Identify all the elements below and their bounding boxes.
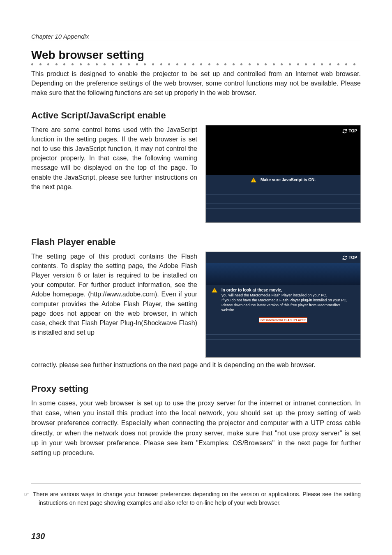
subsection-title: Active Script/JavaScript enable: [31, 110, 361, 121]
chapter-label: Chapter 10 Appendix: [31, 33, 361, 41]
flash-warn-title: In order to look at these movie,: [221, 287, 355, 293]
flash-warning-screenshot: TOP In order to look at these movie, you…: [205, 252, 361, 358]
subsection-title: Proxy setting: [31, 384, 361, 394]
footnote-separator: [31, 483, 361, 483]
top-label: TOP: [349, 255, 357, 260]
refresh-icon: [342, 255, 347, 260]
subsection-body: The setting page of this product contain…: [31, 252, 197, 338]
subsection-active-script: Active Script/JavaScript enable There ar…: [31, 110, 361, 223]
footnote: ☞There are various ways to change your b…: [31, 490, 361, 507]
top-label: TOP: [349, 129, 357, 133]
top-refresh-button: TOP: [342, 255, 357, 260]
warning-icon: [251, 177, 256, 183]
get-flash-button: Get macromedia FLASH PLAYER: [259, 317, 307, 323]
subsection-proxy: Proxy setting In some cases, your web br…: [31, 384, 361, 458]
page-number: 130: [31, 532, 45, 541]
flash-warn-lines: you will need the Macromedia Flash Playe…: [221, 293, 355, 313]
subsection-body: In some cases, your web browser is set u…: [31, 398, 361, 458]
dotted-rule: [31, 63, 361, 66]
section-title: Web browser setting: [31, 49, 361, 62]
footnote-text: There are various ways to change your br…: [33, 491, 361, 506]
subsection-title: Flash Player enable: [31, 237, 361, 247]
refresh-icon: [342, 129, 347, 134]
intro-paragraph: This product is designed to enable the p…: [31, 69, 361, 98]
subsection-flash-player: Flash Player enable The setting page of …: [31, 237, 361, 370]
warning-text: Make sure JavaScript is ON.: [261, 177, 316, 183]
subsection-body: There are some control items used with t…: [31, 125, 197, 192]
warning-icon: [212, 287, 217, 293]
javascript-warning-screenshot: TOP Make sure JavaScript is ON.: [205, 125, 361, 223]
top-refresh-button: TOP: [342, 129, 357, 134]
subsection-tail: correctly. please see further instructio…: [31, 360, 361, 370]
